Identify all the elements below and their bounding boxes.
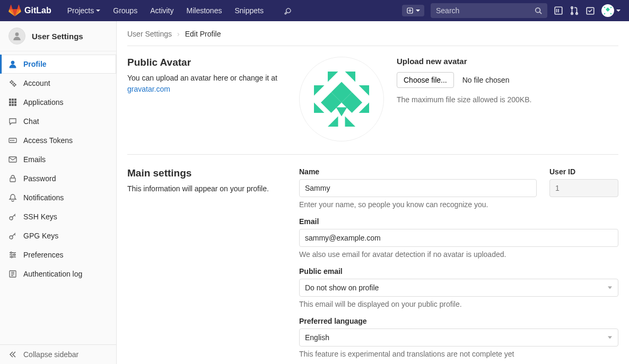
key-icon xyxy=(8,212,17,221)
svg-rect-23 xyxy=(12,104,14,106)
sidebar: User Settings Profile Account Applicatio… xyxy=(0,21,117,364)
sidebar-item-notifications[interactable]: Notifications xyxy=(0,188,116,207)
svg-marker-41 xyxy=(328,72,338,82)
svg-rect-18 xyxy=(14,99,16,101)
key-icon xyxy=(8,232,17,240)
user-icon xyxy=(8,60,17,68)
issues-icon[interactable] xyxy=(554,6,563,15)
sidebar-item-label: Preferences xyxy=(23,251,63,259)
email-input[interactable] xyxy=(299,229,618,247)
language-select[interactable]: English xyxy=(299,329,618,347)
choose-file-button[interactable]: Choose file... xyxy=(397,72,454,88)
svg-rect-30 xyxy=(10,178,15,182)
svg-marker-10 xyxy=(604,13,605,14)
sidebar-item-label: Profile xyxy=(23,60,47,68)
breadcrumb: User Settings › Edit Profile xyxy=(127,30,618,46)
gitlab-icon xyxy=(8,4,21,17)
nav-groups[interactable]: Groups xyxy=(108,6,143,15)
chat-icon xyxy=(8,117,17,126)
search-box[interactable] xyxy=(431,3,547,18)
avatar-section-desc: You can upload an avatar here or change … xyxy=(127,73,286,95)
mail-icon xyxy=(8,155,17,164)
sidebar-item-label: Password xyxy=(23,174,56,183)
avatar-section-title: Public Avatar xyxy=(127,57,286,68)
email-hint: We also use email for avatar detection i… xyxy=(299,250,618,259)
sidebar-item-label: Notifications xyxy=(23,193,64,202)
sidebar-item-label: SSH Keys xyxy=(23,212,57,221)
chevron-down-icon xyxy=(616,10,621,12)
sidebar-item-label: Authentication log xyxy=(23,270,82,278)
sidebar-item-password[interactable]: Password xyxy=(0,169,116,188)
sidebar-item-access-tokens[interactable]: Access Tokens xyxy=(0,131,116,150)
name-input[interactable] xyxy=(299,179,537,197)
collapse-sidebar[interactable]: Collapse sidebar xyxy=(0,344,116,364)
svg-point-35 xyxy=(11,256,13,258)
gravatar-link[interactable]: gravatar.com xyxy=(127,85,170,93)
sidebar-item-preferences[interactable]: Preferences xyxy=(0,245,116,264)
main-settings-section: Main settings This information will appe… xyxy=(127,167,618,364)
svg-point-28 xyxy=(14,140,14,141)
language-label: Preferred language xyxy=(299,317,618,325)
sidebar-item-emails[interactable]: Emails xyxy=(0,150,116,169)
chevron-right-icon: › xyxy=(177,30,180,38)
svg-point-14 xyxy=(11,81,13,83)
search-icon xyxy=(535,7,542,14)
svg-marker-7 xyxy=(606,7,610,12)
svg-rect-22 xyxy=(9,104,11,106)
bell-icon xyxy=(8,193,17,202)
collapse-icon xyxy=(8,350,17,359)
top-navbar: GitLab Projects Groups Activity Mileston… xyxy=(0,0,629,21)
sidebar-item-label: Chat xyxy=(23,117,39,126)
admin-wrench-icon[interactable] xyxy=(277,6,296,15)
email-label: Email xyxy=(299,217,618,226)
main-settings-title: Main settings xyxy=(127,167,286,179)
todos-icon[interactable] xyxy=(586,6,595,15)
language-hint: This feature is experimental and transla… xyxy=(299,350,618,358)
sidebar-item-chat[interactable]: Chat xyxy=(0,112,116,131)
sidebar-item-ssh-keys[interactable]: SSH Keys xyxy=(0,207,116,226)
nav-snippets[interactable]: Snippets xyxy=(229,6,268,15)
svg-rect-16 xyxy=(9,99,11,101)
svg-marker-11 xyxy=(610,13,612,14)
sidebar-item-account[interactable]: Account xyxy=(0,74,116,93)
chevron-down-icon xyxy=(96,10,100,12)
search-input[interactable] xyxy=(436,6,535,15)
svg-marker-43 xyxy=(314,85,325,96)
file-size-hint: The maximum file size allowed is 200KB. xyxy=(397,95,531,104)
new-dropdown[interactable] xyxy=(402,5,424,16)
collapse-label: Collapse sidebar xyxy=(23,350,78,359)
sidebar-item-label: Applications xyxy=(23,98,64,106)
sidebar-item-auth-log[interactable]: Authentication log xyxy=(0,264,116,283)
name-hint: Enter your name, so people you know can … xyxy=(299,200,537,209)
sidebar-item-label: Access Tokens xyxy=(23,136,73,145)
gitlab-logo[interactable]: GitLab xyxy=(8,4,51,17)
svg-marker-44 xyxy=(359,85,370,96)
user-icon xyxy=(8,28,25,45)
sidebar-item-profile[interactable]: Profile xyxy=(0,55,116,74)
public-email-select[interactable]: Do not show on profile xyxy=(299,279,618,297)
sliders-icon xyxy=(8,251,17,259)
main-content: User Settings › Edit Profile Public Avat… xyxy=(117,21,629,364)
user-menu[interactable] xyxy=(601,4,621,17)
nav-activity[interactable]: Activity xyxy=(145,6,179,15)
sidebar-item-gpg-keys[interactable]: GPG Keys xyxy=(0,226,116,245)
sidebar-item-label: GPG Keys xyxy=(23,232,58,240)
apps-icon xyxy=(8,98,17,106)
breadcrumb-parent[interactable]: User Settings xyxy=(127,30,172,38)
sidebar-item-label: Emails xyxy=(23,155,46,164)
nav-milestones[interactable]: Milestones xyxy=(181,6,228,15)
file-status: No file chosen xyxy=(462,76,510,84)
svg-point-33 xyxy=(11,252,12,254)
sidebar-title: User Settings xyxy=(32,32,83,41)
svg-point-1 xyxy=(536,8,540,13)
main-settings-desc: This information will appear on your pro… xyxy=(127,183,286,194)
public-email-hint: This email will be displayed on your pub… xyxy=(299,300,618,308)
upload-avatar-title: Upload new avatar xyxy=(397,57,531,66)
avatar-section: Public Avatar You can upload an avatar h… xyxy=(127,57,618,155)
svg-marker-9 xyxy=(610,7,612,8)
current-avatar xyxy=(299,57,384,141)
nav-projects[interactable]: Projects xyxy=(62,6,106,15)
svg-point-26 xyxy=(11,140,11,141)
sidebar-item-applications[interactable]: Applications xyxy=(0,93,116,112)
merge-requests-icon[interactable] xyxy=(570,6,579,15)
